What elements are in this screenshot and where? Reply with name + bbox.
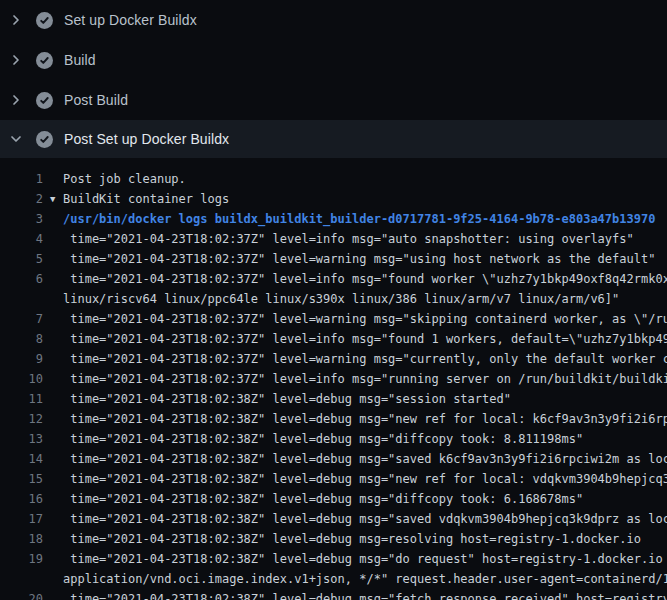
log-command-text: /usr/bin/docker logs buildx_buildkit_bui… (63, 209, 667, 229)
chevron-right-icon[interactable] (8, 52, 24, 68)
log-line: 12 time="2021-04-23T18:02:38Z" level=deb… (0, 409, 667, 429)
log-row-text: time="2021-04-23T18:02:37Z" level=warnin… (63, 349, 667, 369)
log-row-text: time="2021-04-23T18:02:38Z" level=debug … (63, 389, 667, 409)
log-line: 18 time="2021-04-23T18:02:38Z" level=deb… (0, 529, 667, 549)
step-title: Set up Docker Buildx (64, 12, 197, 28)
log-line-number[interactable]: 8 (0, 329, 43, 349)
log-row-text: time="2021-04-23T18:02:37Z" level=warnin… (63, 249, 667, 269)
step-header-set-up-docker-buildx[interactable]: Set up Docker Buildx (0, 0, 667, 40)
log-line: 7 time="2021-04-23T18:02:37Z" level=warn… (0, 309, 667, 329)
log-line-number[interactable]: 5 (0, 249, 43, 269)
log-row-text: time="2021-04-23T18:02:37Z" level=info m… (63, 229, 667, 249)
step-sections: Set up Docker Buildx Build (0, 0, 667, 158)
log-line-number[interactable]: 6 (0, 269, 43, 289)
log-line: 10 time="2021-04-23T18:02:37Z" level=inf… (0, 369, 667, 389)
log-line: 1 Post job cleanup. (0, 169, 667, 189)
log-row-text: time="2021-04-23T18:02:37Z" level=info m… (63, 369, 667, 389)
log-line-number[interactable]: 9 (0, 349, 43, 369)
log-line: 5 time="2021-04-23T18:02:37Z" level=warn… (0, 249, 667, 269)
step-title: Build (64, 52, 96, 68)
log-line-content: time="2021-04-23T18:02:38Z" level=debug … (63, 549, 667, 589)
log-line-content: time="2021-04-23T18:02:38Z" level=debug … (63, 389, 667, 409)
log-line: 20 time="2021-04-23T18:02:38Z" level=deb… (0, 589, 667, 600)
log-line-number[interactable]: 2 (0, 189, 43, 209)
log-line-number[interactable]: 20 (0, 589, 43, 600)
log-line: 3 /usr/bin/docker logs buildx_buildkit_b… (0, 209, 667, 229)
chevron-right-icon[interactable] (8, 92, 24, 108)
log-line-number[interactable]: 7 (0, 309, 43, 329)
log-line-content: time="2021-04-23T18:02:37Z" level=warnin… (63, 249, 667, 269)
step-title: Post Set up Docker Buildx (64, 131, 229, 147)
chevron-right-icon[interactable] (8, 12, 24, 28)
log-line-content: time="2021-04-23T18:02:38Z" level=debug … (63, 429, 667, 449)
log-row-text: time="2021-04-23T18:02:38Z" level=debug … (63, 469, 667, 489)
log-line: 8 time="2021-04-23T18:02:37Z" level=info… (0, 329, 667, 349)
log-line-content: time="2021-04-23T18:02:38Z" level=debug … (63, 489, 667, 509)
log-line: 19 time="2021-04-23T18:02:38Z" level=deb… (0, 549, 667, 589)
log-line-content: time="2021-04-23T18:02:37Z" level=info m… (63, 369, 667, 389)
log-line-number[interactable]: 10 (0, 369, 43, 389)
log-line-content: time="2021-04-23T18:02:38Z" level=debug … (63, 409, 667, 429)
log-row-text: Post job cleanup. (63, 169, 667, 189)
log-line: 6 time="2021-04-23T18:02:37Z" level=info… (0, 269, 667, 309)
status-success-icon (36, 12, 53, 29)
log-line-content: time="2021-04-23T18:02:38Z" level=debug … (63, 509, 667, 529)
log-line-content: time="2021-04-23T18:02:38Z" level=debug … (63, 589, 667, 600)
log-line: 2 ▼BuildKit container logs (0, 189, 667, 209)
chevron-down-icon[interactable] (8, 131, 24, 147)
log-panel: 1 Post job cleanup. 2 ▼BuildKit containe… (0, 158, 667, 600)
log-line-content: time="2021-04-23T18:02:37Z" level=warnin… (63, 309, 667, 329)
log-row-text: time="2021-04-23T18:02:38Z" level=debug … (63, 429, 667, 449)
log-line-number[interactable]: 12 (0, 409, 43, 429)
log-group-header[interactable]: ▼BuildKit container logs (63, 189, 667, 209)
log-line: 4 time="2021-04-23T18:02:37Z" level=info… (0, 229, 667, 249)
log-line-number[interactable]: 11 (0, 389, 43, 409)
log-line-content: time="2021-04-23T18:02:38Z" level=debug … (63, 469, 667, 489)
log-line-number[interactable]: 4 (0, 229, 43, 249)
step-header-build[interactable]: Build (0, 40, 667, 80)
log-row-text: time="2021-04-23T18:02:37Z" level=warnin… (63, 309, 667, 329)
status-success-icon (36, 92, 53, 109)
log-line-number[interactable]: 18 (0, 529, 43, 549)
log-row-text: time="2021-04-23T18:02:38Z" level=debug … (63, 549, 667, 569)
log-row-text: time="2021-04-23T18:02:37Z" level=info m… (63, 329, 667, 349)
log-line-content: time="2021-04-23T18:02:38Z" level=debug … (63, 529, 667, 549)
log-line: 13 time="2021-04-23T18:02:38Z" level=deb… (0, 429, 667, 449)
log-line-content: time="2021-04-23T18:02:37Z" level=info m… (63, 229, 667, 249)
log-row-text: time="2021-04-23T18:02:38Z" level=debug … (63, 409, 667, 429)
log-line: 17 time="2021-04-23T18:02:38Z" level=deb… (0, 509, 667, 529)
log-line: 9 time="2021-04-23T18:02:37Z" level=warn… (0, 349, 667, 369)
workflow-log-viewer: Set up Docker Buildx Build (0, 0, 667, 600)
log-row-text: time="2021-04-23T18:02:38Z" level=debug … (63, 589, 667, 600)
log-line-number[interactable]: 1 (0, 169, 43, 189)
log-row-text: time="2021-04-23T18:02:38Z" level=debug … (63, 529, 667, 549)
log-line-content: time="2021-04-23T18:02:37Z" level=warnin… (63, 349, 667, 369)
log-line-number[interactable]: 3 (0, 209, 43, 229)
log-line-content: /usr/bin/docker logs buildx_buildkit_bui… (63, 209, 667, 229)
status-success-icon (36, 131, 53, 148)
group-expanded-triangle-icon[interactable]: ▼ (50, 189, 55, 209)
log-line: 14 time="2021-04-23T18:02:38Z" level=deb… (0, 449, 667, 469)
log-line: 15 time="2021-04-23T18:02:38Z" level=deb… (0, 469, 667, 489)
log-row-text: time="2021-04-23T18:02:38Z" level=debug … (63, 509, 667, 529)
log-line-number[interactable]: 15 (0, 469, 43, 489)
step-title: Post Build (64, 92, 128, 108)
log-row-text: BuildKit container logs (63, 189, 667, 209)
step-header-post-build[interactable]: Post Build (0, 80, 667, 120)
log-line-number[interactable]: 14 (0, 449, 43, 469)
log-line: 11 time="2021-04-23T18:02:38Z" level=deb… (0, 389, 667, 409)
log-row-text: application/vnd.oci.image.index.v1+json,… (63, 569, 667, 589)
log-row-text: linux/riscv64 linux/ppc64le linux/s390x … (63, 289, 667, 309)
status-success-icon (36, 52, 53, 69)
log-line-number[interactable]: 16 (0, 489, 43, 509)
log-line-content: time="2021-04-23T18:02:37Z" level=info m… (63, 329, 667, 349)
log-line-number[interactable]: 13 (0, 429, 43, 449)
log-line-content: time="2021-04-23T18:02:37Z" level=info m… (63, 269, 667, 309)
log-line-content: Post job cleanup. (63, 169, 667, 189)
step-header-post-set-up-docker-buildx[interactable]: Post Set up Docker Buildx (0, 120, 667, 158)
log-line-number[interactable]: 19 (0, 549, 43, 569)
log-row-text: time="2021-04-23T18:02:37Z" level=info m… (63, 269, 667, 289)
log-row-text: time="2021-04-23T18:02:38Z" level=debug … (63, 449, 667, 469)
log-line-content: time="2021-04-23T18:02:38Z" level=debug … (63, 449, 667, 469)
log-line-number[interactable]: 17 (0, 509, 43, 529)
